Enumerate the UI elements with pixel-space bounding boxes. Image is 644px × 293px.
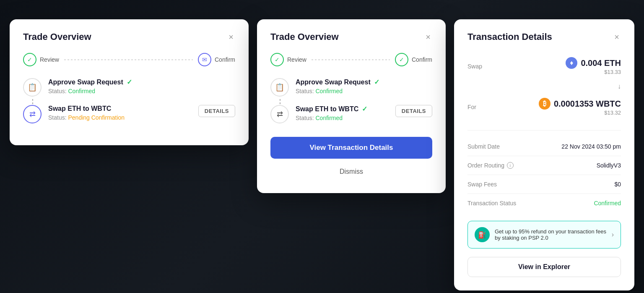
panel2-title: Trade Overview xyxy=(270,31,339,42)
panel2-header: Trade Overview × xyxy=(270,31,432,43)
panel1-stepper: ✓ Review ✉ Confirm xyxy=(23,53,235,66)
panel2-item1-status: Status: Confirmed xyxy=(296,88,432,94)
panel1-item1-title: Approve Swap Request ✓ xyxy=(48,78,235,86)
panel2-tx-item-2: ⇄ Swap ETH to WBTC ✓ Status: Confirmed D… xyxy=(270,105,432,123)
panel2-stepper: ✓ Review ✓ Confirm xyxy=(270,53,432,66)
panel2-item1-status-value: Confirmed xyxy=(315,88,343,94)
tx-status-label: Transaction Status xyxy=(467,200,516,207)
eth-icon: ♦ xyxy=(566,57,577,69)
panel2-item1-title: Approve Swap Request ✓ xyxy=(296,78,432,86)
swap-icon: ⇄ xyxy=(29,110,36,119)
promo-banner[interactable]: ⛽ Get up to 95% refund on your transacti… xyxy=(467,221,621,249)
panel2-step-confirm: ✓ Confirm xyxy=(395,53,432,66)
panel1-item2-content: Swap ETH to WBTC Status: Pending Confirm… xyxy=(48,105,192,121)
panel1-item1-status: Status: Confirmed xyxy=(48,88,235,94)
panel2-item1-checkmark: ✓ xyxy=(374,78,379,86)
detail-row-tx-status: Transaction Status Confirmed xyxy=(467,194,621,212)
swap-fees-label: Swap Fees xyxy=(467,181,497,188)
panel1-confirm-label: Confirm xyxy=(215,56,235,63)
swap-fees-value: $0 xyxy=(614,181,621,188)
panel1-close-button[interactable]: × xyxy=(227,31,235,43)
panel1-item1-status-value: Confirmed xyxy=(68,88,95,94)
promo-icon: ⛽ xyxy=(475,227,490,242)
panel2-item2-checkmark: ✓ xyxy=(362,105,367,113)
swap-from-label: Swap xyxy=(467,63,482,70)
panel1-item1-checkmark: ✓ xyxy=(127,78,132,86)
swap-direction-arrow: ↓ xyxy=(467,79,621,94)
document-icon: 📋 xyxy=(28,83,37,92)
panel1-step-review: ✓ Review xyxy=(23,53,59,66)
panel-trade-overview-2: Trade Overview × ✓ Review ✓ Confirm xyxy=(257,19,446,193)
btc-icon: ₿ xyxy=(539,98,551,110)
panel2-item2-content: Swap ETH to WBTC ✓ Status: Confirmed xyxy=(296,105,389,121)
panel2-details-button[interactable]: DETAILS xyxy=(395,105,432,117)
panel2-confirm-circle: ✓ xyxy=(395,53,408,66)
panel2-review-label: Review xyxy=(287,56,306,63)
panel2-item1-icon: 📋 xyxy=(270,78,289,97)
submit-date-value: 22 Nov 2024 03:50 pm xyxy=(561,143,621,150)
panel1-review-circle: ✓ xyxy=(23,53,36,66)
panel2-item2-title: Swap ETH to WBTC ✓ xyxy=(296,105,389,113)
panel1-item1-content: Approve Swap Request ✓ Status: Confirmed xyxy=(48,78,235,94)
panel2-close-button[interactable]: × xyxy=(424,31,432,43)
promo-text: Get up to 95% refund on your transaction… xyxy=(495,228,607,241)
panel1-item2-icon: ⇄ xyxy=(23,105,42,123)
panel3-header: Transaction Details × xyxy=(467,31,621,43)
detail-row-swap-fees: Swap Fees $0 xyxy=(467,175,621,194)
swap-display: Swap ♦ 0.004 ETH $13.33 ↓ For ₿ 0.00 xyxy=(467,53,621,120)
document-icon-2: 📋 xyxy=(275,83,284,92)
panel1-item1-icon: 📋 xyxy=(23,78,42,97)
order-routing-info-icon[interactable]: i xyxy=(507,162,514,169)
panel1-details-button[interactable]: DETAILS xyxy=(198,105,235,117)
panel3-title: Transaction Details xyxy=(467,31,552,42)
panel1-tx-item-1: 📋 Approve Swap Request ✓ Status: Confirm… xyxy=(23,78,235,97)
swap-to-label: For xyxy=(467,104,476,110)
order-routing-label: Order Routing i xyxy=(467,162,514,169)
panel2-tx-item-1: 📋 Approve Swap Request ✓ Status: Confirm… xyxy=(270,78,432,97)
panel2-review-circle: ✓ xyxy=(270,53,284,66)
panel1-step-connector xyxy=(64,60,193,60)
panel1-item2-status-value: Pending Confirmation xyxy=(68,114,125,121)
panel1-title: Trade Overview xyxy=(23,31,91,42)
dismiss-button[interactable]: Dismiss xyxy=(270,164,432,180)
swap-from-amount: ♦ 0.004 ETH xyxy=(566,57,621,69)
view-in-explorer-button[interactable]: View in Explorer xyxy=(467,257,621,277)
panel1-tx-item-2: ⇄ Swap ETH to WBTC Status: Pending Confi… xyxy=(23,105,235,123)
panel1-review-label: Review xyxy=(40,56,59,63)
divider xyxy=(467,130,621,131)
detail-row-submit-date: Submit Date 22 Nov 2024 03:50 pm xyxy=(467,137,621,156)
swap-to-row: For ₿ 0.0001353 WBTC $13.32 xyxy=(467,94,621,120)
promo-chevron-icon: › xyxy=(612,231,614,238)
panel1-step-confirm: ✉ Confirm xyxy=(198,53,235,66)
panel1-confirm-circle: ✉ xyxy=(198,53,211,66)
panel3-close-button[interactable]: × xyxy=(613,31,621,43)
panel1-item2-status: Status: Pending Confirmation xyxy=(48,114,192,121)
swap-from-row: Swap ♦ 0.004 ETH $13.33 xyxy=(467,53,621,79)
panel2-confirm-label: Confirm xyxy=(412,56,432,63)
swap-icon-2: ⇄ xyxy=(277,110,283,119)
panel2-step-connector xyxy=(312,60,390,60)
swap-from-usd: $13.33 xyxy=(566,69,621,75)
panel-transaction-details: Transaction Details × Swap ♦ 0.004 ETH $… xyxy=(454,19,634,290)
panel2-item1-content: Approve Swap Request ✓ Status: Confirmed xyxy=(296,78,432,94)
detail-rows: Submit Date 22 Nov 2024 03:50 pm Order R… xyxy=(467,137,621,212)
swap-to-usd: $13.32 xyxy=(539,110,621,116)
panel1-item2-title: Swap ETH to WBTC xyxy=(48,105,192,112)
detail-row-order-routing: Order Routing i SolidlyV3 xyxy=(467,156,621,175)
swap-to-amount: ₿ 0.0001353 WBTC xyxy=(539,98,621,110)
view-transaction-details-button[interactable]: View Transaction Details xyxy=(270,137,432,159)
tx-status-value: Confirmed xyxy=(594,200,621,207)
panel-trade-overview-1: Trade Overview × ✓ Review ✉ Confirm xyxy=(10,19,249,145)
panel2-item2-status-value: Confirmed xyxy=(315,115,343,121)
panel2-item2-status: Status: Confirmed xyxy=(296,115,389,121)
panel2-item2-icon: ⇄ xyxy=(270,105,289,123)
submit-date-label: Submit Date xyxy=(467,143,500,150)
panel2-step-review: ✓ Review xyxy=(270,53,306,66)
panel1-header: Trade Overview × xyxy=(23,31,235,43)
order-routing-value: SolidlyV3 xyxy=(597,162,621,169)
